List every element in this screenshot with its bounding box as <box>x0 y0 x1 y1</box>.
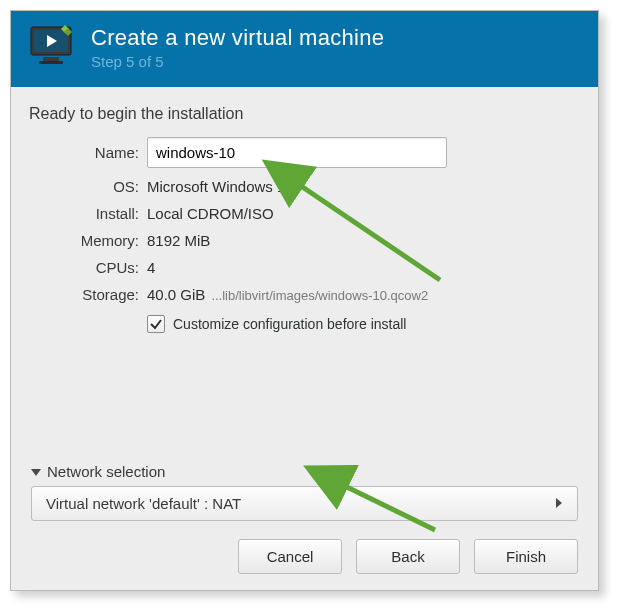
svg-rect-3 <box>43 57 59 61</box>
svg-rect-4 <box>39 61 63 64</box>
cpus-value: 4 <box>147 259 566 276</box>
install-value: Local CDROM/ISO <box>147 205 566 222</box>
install-label: Install: <box>43 205 139 222</box>
storage-label: Storage: <box>43 286 139 303</box>
cpus-label: CPUs: <box>43 259 139 276</box>
network-dropdown[interactable]: Virtual network 'default' : NAT <box>31 486 578 521</box>
name-input[interactable] <box>147 137 447 168</box>
chevron-right-icon <box>555 495 563 512</box>
section-title: Ready to begin the installation <box>29 105 580 123</box>
vm-create-wizard-window: Create a new virtual machine Step 5 of 5… <box>10 10 599 591</box>
storage-value: 40.0 GiB ...lib/libvirt/images/windows-1… <box>147 286 566 303</box>
triangle-down-icon <box>31 463 41 480</box>
memory-value: 8192 MiB <box>147 232 566 249</box>
customize-label: Customize configuration before install <box>173 316 406 332</box>
monitor-play-icon <box>25 21 77 73</box>
network-expander-label: Network selection <box>47 463 165 480</box>
wizard-step: Step 5 of 5 <box>91 53 384 70</box>
finish-button[interactable]: Finish <box>474 539 578 574</box>
wizard-body: Ready to begin the installation Name: OS… <box>11 87 598 590</box>
back-button[interactable]: Back <box>356 539 460 574</box>
wizard-title: Create a new virtual machine <box>91 25 384 51</box>
os-value: Microsoft Windows 10 <box>147 178 566 195</box>
svg-marker-7 <box>31 469 41 476</box>
network-expander[interactable]: Network selection <box>31 463 580 480</box>
summary-grid: Name: OS: Microsoft Windows 10 Install: … <box>43 137 566 333</box>
storage-size: 40.0 GiB <box>147 286 205 303</box>
cancel-button[interactable]: Cancel <box>238 539 342 574</box>
wizard-header: Create a new virtual machine Step 5 of 5 <box>11 11 598 87</box>
customize-checkbox[interactable] <box>147 315 165 333</box>
name-label: Name: <box>43 144 139 161</box>
network-selected: Virtual network 'default' : NAT <box>46 495 241 512</box>
svg-marker-8 <box>556 498 562 508</box>
os-label: OS: <box>43 178 139 195</box>
button-bar: Cancel Back Finish <box>29 539 580 574</box>
storage-path: ...lib/libvirt/images/windows-10.qcow2 <box>211 288 428 303</box>
memory-label: Memory: <box>43 232 139 249</box>
